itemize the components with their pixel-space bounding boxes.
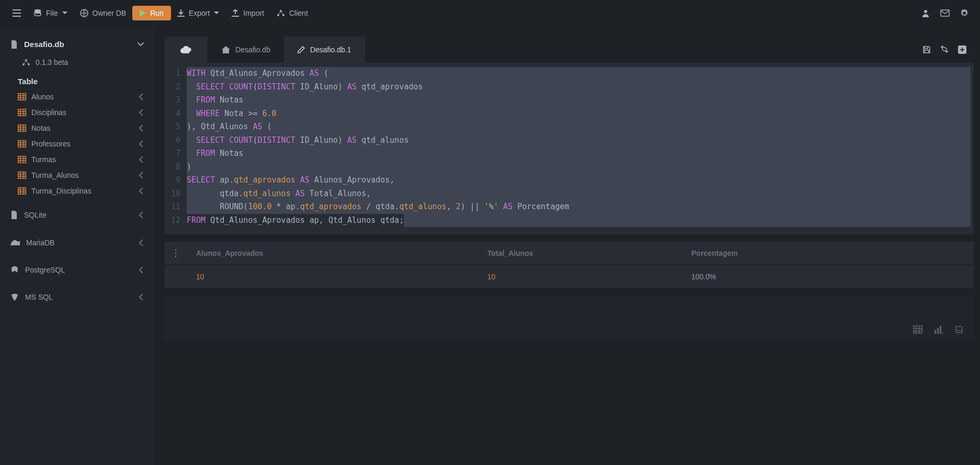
engine-label: MS SQL	[25, 293, 53, 301]
col-total_alunos[interactable]: Total_Alunos	[478, 242, 682, 265]
export-label: Export	[189, 9, 210, 17]
save-icon[interactable]	[922, 46, 931, 54]
sidebar-table-alunos[interactable]: Alunos	[0, 89, 154, 105]
cell: 10	[187, 265, 478, 288]
sidebar-engine-mariadb[interactable]: MariaDB	[0, 231, 154, 254]
chevron-left-icon	[139, 188, 144, 194]
sidebar-version[interactable]: 0.1.3 beta	[0, 53, 154, 72]
sidebar-engine-ms-sql[interactable]: MS SQL	[0, 286, 154, 309]
mail-button[interactable]	[935, 6, 955, 20]
client-label: Client	[289, 9, 308, 17]
sidebar-table-turma_alunos[interactable]: Turma_Alunos	[0, 167, 154, 183]
user-button[interactable]	[916, 6, 935, 20]
export-menu[interactable]: Export	[171, 6, 225, 20]
table-icon	[18, 187, 26, 195]
table-label: Alunos	[31, 93, 54, 101]
svg-rect-15	[18, 172, 26, 179]
book-view-icon[interactable]	[955, 325, 963, 334]
svg-rect-24	[940, 326, 941, 333]
grid-view-icon[interactable]	[913, 325, 922, 334]
file-menu[interactable]: File	[27, 6, 74, 20]
table-icon	[18, 140, 26, 148]
download-icon	[177, 9, 185, 17]
gear-icon	[960, 9, 968, 17]
home-icon	[222, 46, 230, 53]
tab-cloud[interactable]	[165, 37, 208, 63]
caret-down-icon	[62, 12, 67, 15]
svg-rect-11	[18, 109, 26, 116]
col-alunos_aprovados[interactable]: Alunos_Aprovados	[187, 242, 478, 265]
refresh-icon[interactable]	[940, 46, 949, 53]
svg-point-18	[175, 249, 177, 251]
svg-rect-22	[935, 330, 936, 333]
table-label: Notas	[31, 124, 51, 132]
chevron-left-icon	[139, 212, 144, 218]
chevron-left-icon	[139, 94, 144, 100]
svg-rect-16	[18, 188, 26, 195]
svg-rect-23	[937, 328, 939, 333]
cloud-icon	[180, 46, 192, 53]
results-panel: Alunos_AprovadosTotal_AlunosPorcentagem …	[165, 242, 974, 289]
results-handle[interactable]	[165, 242, 187, 265]
run-button[interactable]: Run	[132, 6, 171, 20]
chevron-left-icon	[139, 172, 144, 178]
sidebar-db-header[interactable]: Desafio.db	[0, 36, 154, 53]
chevron-left-icon	[139, 141, 144, 147]
table-label: Disciplinas	[31, 108, 66, 117]
chevron-left-icon	[139, 294, 144, 300]
chevron-left-icon	[139, 109, 144, 116]
settings-button[interactable]	[955, 6, 974, 20]
tab-desafio-1[interactable]: Desafio.db.1	[284, 37, 365, 63]
mssql-icon	[10, 293, 19, 301]
sidebar-table-turma_disciplinas[interactable]: Turma_Disciplinas	[0, 183, 154, 199]
postgresql-icon	[10, 266, 19, 274]
engine-label: MariaDB	[26, 239, 54, 247]
svg-point-20	[175, 256, 177, 257]
play-icon	[140, 9, 146, 17]
cell: 10	[478, 265, 682, 288]
upload-icon	[232, 9, 239, 17]
import-label: Import	[243, 9, 264, 17]
sidebar-table-disciplinas[interactable]: Disciplinas	[0, 105, 154, 120]
code-area[interactable]: WITH Qtd_Alunos_Aprovados AS ( SELECT CO…	[187, 67, 971, 227]
menu-button[interactable]	[6, 6, 27, 20]
table-icon	[18, 156, 26, 163]
sqlite-icon	[10, 210, 18, 220]
results-header: Alunos_AprovadosTotal_AlunosPorcentagem	[165, 242, 974, 265]
table-icon	[18, 109, 26, 116]
sidebar-table-turmas[interactable]: Turmas	[0, 152, 154, 167]
edit-icon	[298, 46, 305, 53]
hamburger-icon	[13, 9, 21, 17]
client-button[interactable]: Client	[270, 6, 314, 20]
col-porcentagem[interactable]: Porcentagem	[682, 242, 839, 265]
share-icon	[22, 59, 30, 66]
sidebar-engine-sqlite[interactable]: SQLite	[0, 203, 154, 227]
mariadb-icon	[10, 239, 20, 246]
svg-point-5	[924, 10, 927, 13]
version-label: 0.1.3 beta	[36, 58, 68, 66]
table-label: Professores	[31, 140, 71, 148]
sidebar-table-notas[interactable]: Notas	[0, 120, 154, 136]
main-content: Desafio.db Desafio.db.1 123456789101112 …	[154, 26, 980, 465]
chart-view-icon[interactable]	[934, 325, 943, 334]
results-row: 1010100.0%	[165, 265, 974, 289]
tab-label: Desafio.db.1	[310, 46, 351, 54]
owner-db-button[interactable]: Owner DB	[74, 6, 133, 20]
svg-point-19	[175, 253, 177, 254]
sidebar-db-name: Desafio.db	[24, 40, 64, 49]
plus-icon[interactable]	[958, 46, 966, 54]
svg-rect-6	[941, 10, 949, 16]
import-button[interactable]: Import	[225, 6, 270, 20]
sidebar-engine-postgresql[interactable]: PostgreSQL	[0, 258, 154, 281]
svg-rect-21	[914, 326, 922, 333]
run-label: Run	[150, 9, 164, 17]
drag-icon	[175, 249, 177, 257]
top-toolbar: File Owner DB Run Export Import Client	[0, 0, 980, 26]
chevron-left-icon	[139, 267, 144, 273]
footer-bar	[165, 296, 974, 340]
sql-editor[interactable]: 123456789101112 WITH Qtd_Alunos_Aprovado…	[165, 63, 974, 234]
chevron-left-icon	[139, 156, 144, 163]
sidebar-table-professores[interactable]: Professores	[0, 136, 154, 152]
tab-desafio[interactable]: Desafio.db	[208, 37, 284, 63]
svg-rect-12	[18, 125, 26, 132]
